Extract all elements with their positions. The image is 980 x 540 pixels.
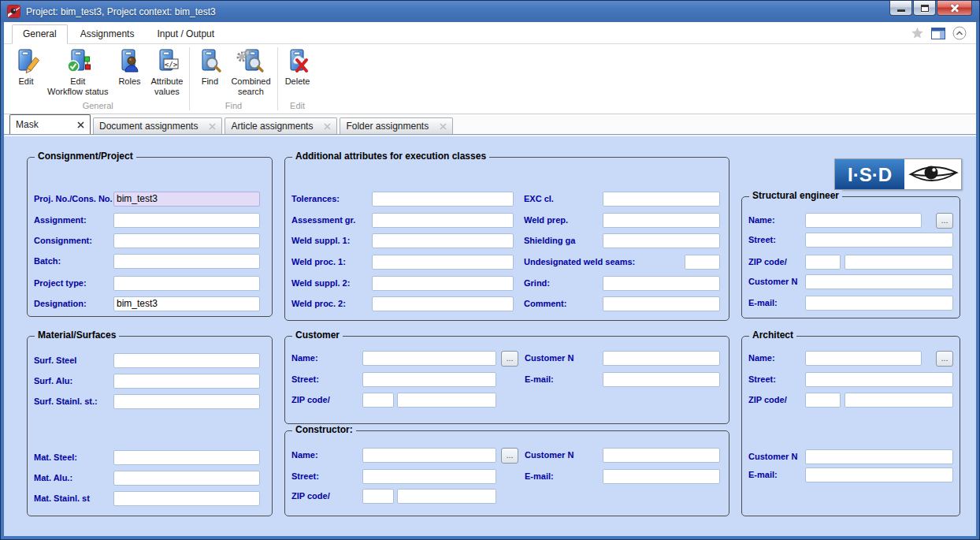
arch-browse-button[interactable]: ... [936, 351, 953, 367]
consignment-field[interactable] [113, 233, 260, 248]
tab-input-output[interactable]: Input / Output [147, 25, 225, 43]
mat-steel-field[interactable] [113, 450, 260, 465]
window-layout-icon[interactable] [931, 28, 945, 39]
tab-close-icon[interactable] [209, 123, 216, 130]
con-street-field[interactable] [362, 469, 496, 484]
mat-alu-field[interactable] [113, 471, 260, 486]
maximize-button[interactable] [913, 1, 936, 16]
se-customer-no-field[interactable] [805, 274, 953, 289]
grind-field[interactable] [603, 276, 720, 291]
project-type-field[interactable] [113, 276, 260, 291]
roles-button[interactable]: Roles [112, 47, 147, 88]
minimize-icon [897, 9, 905, 12]
close-button[interactable] [937, 1, 972, 16]
undesignated-weld-seams-field[interactable] [685, 255, 720, 270]
assignment-field[interactable] [113, 213, 260, 228]
group-title: Architect [749, 330, 796, 341]
tolerances-field[interactable] [372, 192, 514, 207]
doctab-folder-assignments[interactable]: Folder assignments [340, 117, 453, 134]
comment-field[interactable] [603, 296, 720, 311]
surf-alu-label: Surf. Alu: [34, 376, 72, 385]
project-type-label: Project type: [34, 278, 87, 288]
arch-email-field[interactable] [805, 467, 953, 482]
group-title: Consignment/Project [35, 151, 136, 162]
app-window: Project: bim_test3, Project context: bim… [0, 0, 980, 540]
edit-button[interactable]: Edit [9, 47, 43, 88]
se-browse-button[interactable]: ... [936, 213, 953, 229]
weld-prep-field[interactable] [603, 213, 720, 228]
exc-cl-field[interactable] [603, 192, 720, 207]
arch-customer-no-field[interactable] [805, 449, 953, 464]
doctab-article-assignments[interactable]: Article assignments [225, 117, 337, 134]
surf-stainl-field[interactable] [113, 394, 260, 409]
surf-steel-field[interactable] [113, 353, 260, 368]
favorites-star-icon[interactable] [911, 27, 924, 39]
con-customer-no-label: Customer N [525, 450, 574, 460]
cust-town-field[interactable] [397, 393, 496, 408]
weld-proc-1-label: Weld proc. 1: [291, 257, 346, 266]
toolbar-separator [189, 47, 190, 110]
se-zip-field[interactable] [805, 255, 841, 270]
arch-street-field[interactable] [805, 372, 953, 387]
workflow-status-icon [65, 47, 91, 76]
toolbar-group-edit: Delete Edit [280, 44, 315, 114]
shielding-gas-field[interactable] [603, 233, 720, 248]
con-email-field[interactable] [603, 469, 720, 484]
se-town-field[interactable] [845, 255, 953, 270]
arch-name-field[interactable] [805, 351, 922, 366]
arch-email-label: E-mail: [748, 470, 778, 479]
surf-alu-field[interactable] [113, 374, 260, 389]
doctab-label: Mask [16, 119, 39, 130]
window-title: Project: bim_test3, Project context: bim… [26, 6, 216, 17]
cust-street-field[interactable] [362, 372, 496, 387]
toolbar-group-find: Find Combined search [192, 44, 274, 114]
arch-town-field[interactable] [845, 393, 953, 408]
se-name-field[interactable] [805, 213, 922, 228]
con-town-field[interactable] [397, 489, 496, 504]
se-email-field[interactable] [805, 296, 953, 311]
tab-assignments[interactable]: Assignments [70, 25, 145, 43]
con-name-field[interactable] [362, 448, 496, 463]
minimize-button[interactable] [889, 1, 912, 16]
tab-close-icon[interactable] [77, 121, 84, 128]
cust-name-field[interactable] [362, 351, 496, 366]
weld-proc-2-field[interactable] [372, 296, 514, 311]
arch-zip-field[interactable] [805, 393, 841, 408]
edit-workflow-status-button[interactable]: Edit Workflow status [43, 47, 112, 98]
weld-suppl-1-label: Weld suppl. 1: [291, 236, 350, 245]
assessment-gr-field[interactable] [372, 213, 514, 228]
doctab-document-assignments[interactable]: Document assignments [93, 117, 222, 134]
batch-field[interactable] [113, 254, 260, 269]
arch-street-label: Street: [748, 374, 776, 384]
cust-zip-field[interactable] [362, 393, 394, 408]
undesignated-weld-seams-label: Undesignated weld seams: [524, 257, 635, 266]
weld-suppl-2-label: Weld suppl. 2: [291, 278, 350, 288]
delete-button[interactable]: Delete [280, 47, 315, 88]
proj-no-field[interactable]: bim_test3 [113, 192, 260, 207]
tab-close-icon[interactable] [324, 123, 331, 130]
attribute-values-icon: </> [154, 47, 180, 76]
cust-customer-no-field[interactable] [603, 351, 720, 366]
designation-field[interactable]: bim_test3 [113, 296, 260, 311]
attribute-values-button[interactable]: </> Attribute values [147, 47, 187, 98]
con-browse-button[interactable]: ... [501, 448, 518, 464]
cust-browse-button[interactable]: ... [501, 351, 518, 367]
toolbar-button-label: Roles [118, 76, 140, 87]
weld-suppl-1-field[interactable] [372, 233, 514, 248]
cust-email-field[interactable] [603, 372, 720, 387]
designation-label: Designation: [34, 299, 87, 308]
toolbar-separator [277, 47, 278, 110]
collapse-ribbon-button[interactable] [952, 26, 967, 40]
weld-proc-1-field[interactable] [372, 255, 514, 270]
mat-stainl-field[interactable] [113, 491, 260, 506]
tab-general[interactable]: General [12, 24, 68, 44]
con-zip-field[interactable] [362, 489, 394, 504]
combined-search-button[interactable]: Combined search [227, 47, 274, 98]
weld-suppl-2-field[interactable] [372, 276, 514, 291]
doctab-mask[interactable]: Mask [9, 114, 91, 134]
tab-close-icon[interactable] [440, 123, 447, 130]
con-customer-no-field[interactable] [603, 448, 720, 463]
find-button[interactable]: Find [192, 47, 227, 88]
edit-icon [13, 47, 39, 76]
se-street-field[interactable] [805, 233, 953, 248]
